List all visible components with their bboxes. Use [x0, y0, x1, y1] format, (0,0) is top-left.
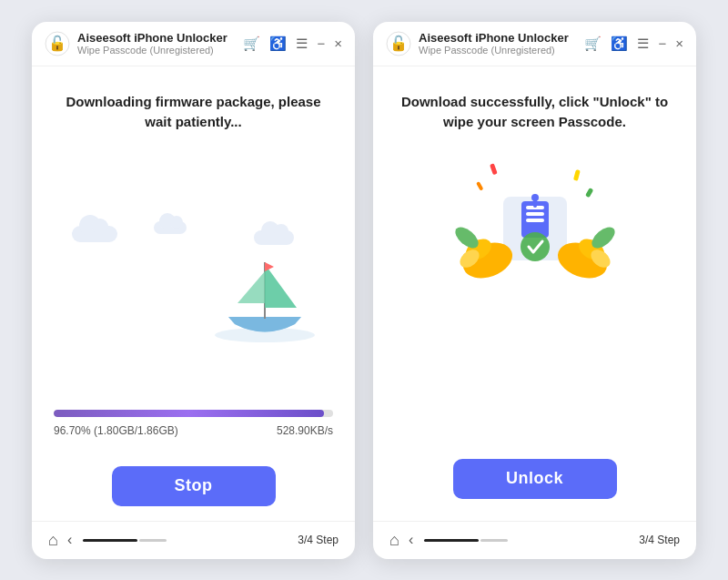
titlebar-controls-right: 🛒 ♿ ☰ − × [584, 36, 683, 52]
minimize-icon-right[interactable]: − [658, 36, 666, 51]
app-title-left: Aiseesoft iPhone Unlocker [77, 31, 243, 46]
home-icon-left[interactable]: ⌂ [48, 531, 58, 550]
svg-rect-7 [490, 163, 498, 175]
content-right: Download successfully, click "Unlock" to… [373, 66, 696, 521]
progress-bar-fill [54, 410, 324, 417]
app-subtitle-right: Wipe Passcode (Unregistered) [419, 45, 584, 56]
step-label-left: 3/4 Step [298, 534, 339, 546]
svg-point-17 [531, 194, 539, 201]
bottom-progress-right [424, 539, 628, 542]
app-logo-left: 🔓 [45, 31, 70, 56]
svg-text:🔓: 🔓 [389, 35, 408, 52]
titlebar-controls-left: 🛒 ♿ ☰ − × [243, 36, 342, 52]
step-seg-r1 [424, 539, 479, 542]
accessibility-icon-right[interactable]: ♿ [611, 36, 628, 52]
svg-marker-4 [265, 262, 274, 271]
sailboat-svg [215, 244, 315, 344]
sailboat-scene [54, 217, 333, 344]
progress-percent: 96.70% [54, 424, 91, 437]
right-window: 🔓 Aiseesoft iPhone Unlocker Wipe Passcod… [373, 22, 696, 559]
cloud-2 [154, 221, 187, 234]
accessibility-icon-left[interactable]: ♿ [269, 36, 287, 52]
cloud-3 [254, 230, 294, 245]
left-window: 🔓 Aiseesoft iPhone Unlocker Wipe Passcod… [32, 22, 355, 559]
titlebar-text-left: Aiseesoft iPhone Unlocker Wipe Passcode … [77, 31, 243, 56]
app-title-right: Aiseesoft iPhone Unlocker [419, 31, 584, 46]
cart-icon-right[interactable]: 🛒 [584, 36, 602, 52]
svg-rect-15 [526, 219, 544, 222]
back-chevron-right[interactable]: ‹ [409, 532, 413, 548]
menu-icon-right[interactable]: ☰ [637, 36, 649, 52]
progress-left-info: 96.70% (1.80GB/1.86GB) [54, 424, 178, 437]
home-icon-right[interactable]: ⌂ [389, 531, 399, 550]
unlock-illustration-container [395, 151, 674, 315]
progress-speed: 528.90KB/s [277, 424, 333, 437]
sailboat-illustration [54, 151, 333, 410]
content-left: Downloading firmware package, please wai… [32, 66, 355, 521]
svg-rect-10 [476, 181, 483, 191]
bottombar-left: ⌂ ‹ 3/4 Step [32, 521, 355, 559]
unlock-button[interactable]: Unlock [453, 459, 617, 499]
svg-point-18 [521, 232, 550, 261]
titlebar-text-right: Aiseesoft iPhone Unlocker Wipe Passcode … [419, 31, 584, 56]
main-title-right: Download successfully, click "Unlock" to… [395, 92, 674, 133]
cloud-1 [72, 226, 117, 242]
menu-icon-left[interactable]: ☰ [296, 36, 308, 52]
app-logo-right: 🔓 [386, 31, 411, 56]
step-seg-r2 [480, 539, 508, 542]
titlebar-right: 🔓 Aiseesoft iPhone Unlocker Wipe Passcod… [373, 22, 696, 66]
progress-info: 96.70% (1.80GB/1.86GB) 528.90KB/s [54, 424, 333, 437]
step-seg-1 [83, 539, 137, 542]
svg-rect-9 [585, 188, 593, 198]
minimize-icon-left[interactable]: − [317, 36, 325, 51]
stop-button[interactable]: Stop [112, 466, 276, 506]
progress-section: 96.70% (1.80GB/1.86GB) 528.90KB/s [54, 410, 333, 437]
bottombar-right: ⌂ ‹ 3/4 Step [373, 521, 696, 559]
step-label-right: 3/4 Step [639, 534, 680, 546]
main-title-left: Downloading firmware package, please wai… [54, 92, 333, 133]
svg-rect-8 [572, 169, 580, 181]
close-icon-left[interactable]: × [334, 36, 342, 51]
cart-icon-left[interactable]: 🛒 [243, 36, 260, 52]
progress-detail: (1.80GB/1.86GB) [94, 424, 178, 437]
close-icon-right[interactable]: × [675, 36, 683, 51]
bottom-progress-left [83, 539, 287, 542]
progress-bar-container [54, 410, 333, 417]
app-subtitle-left: Wipe Passcode (Unregistered) [77, 45, 243, 56]
svg-text:🔓: 🔓 [48, 35, 66, 52]
titlebar-left: 🔓 Aiseesoft iPhone Unlocker Wipe Passcod… [32, 22, 355, 66]
svg-rect-14 [526, 212, 544, 216]
back-chevron-left[interactable]: ‹ [67, 532, 72, 548]
step-seg-2 [139, 539, 167, 542]
unlock-svg [435, 151, 635, 315]
